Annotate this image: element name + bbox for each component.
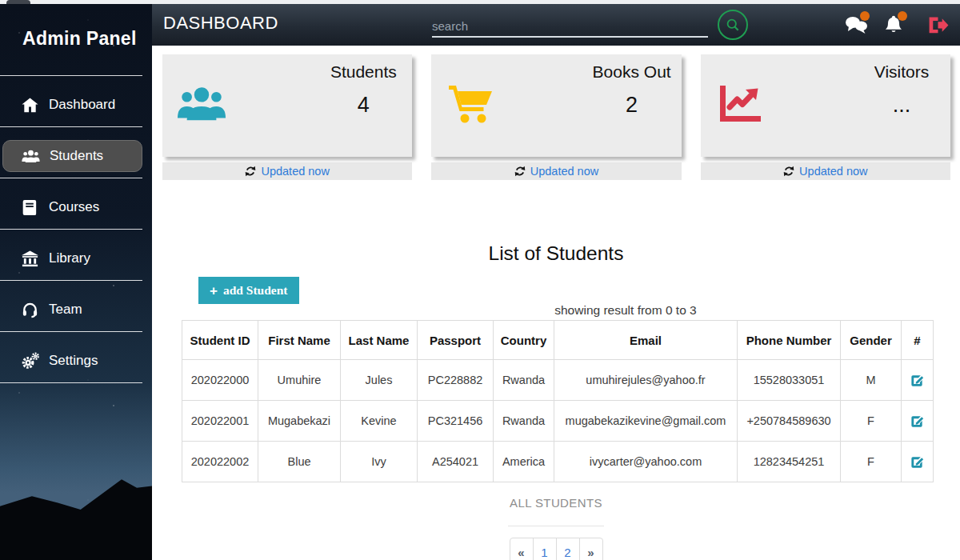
table-cell: Jules	[341, 360, 418, 401]
table-cell: Rwanda	[494, 360, 554, 401]
card-body: Visitors...	[701, 54, 950, 157]
column-header: Student ID	[182, 321, 258, 360]
sidebar-item-label: Students	[50, 148, 103, 164]
page-button-2[interactable]: 2	[556, 538, 580, 560]
sidebar-divider	[0, 178, 142, 178]
table-cell: 12823454251	[738, 442, 841, 482]
sidebar-item-library[interactable]: Library	[0, 242, 142, 274]
refresh-icon	[245, 166, 256, 177]
sidebar-item-settings[interactable]: Settings	[0, 345, 142, 377]
sidebar: Admin Panel DashboardStudentsCoursesLibr…	[0, 4, 152, 560]
table-row: 202022000UmuhireJulesPC228882Rwandaumuhi…	[182, 360, 934, 401]
browser-chrome-strip	[0, 0, 960, 4]
plus-icon: +	[210, 284, 218, 298]
sidebar-item-label: Settings	[49, 353, 98, 369]
edit-row-button[interactable]	[902, 401, 934, 442]
sidebar-divider	[0, 126, 142, 127]
updated-label: Updated now	[261, 165, 329, 178]
page-prev-button[interactable]: «	[510, 538, 534, 560]
sidebar-item-label: Dashboard	[49, 97, 115, 113]
search-button[interactable]	[718, 10, 748, 40]
stat-card-books-out: Books Out2Updated now	[431, 54, 681, 180]
table-body: 202022000UmuhireJulesPC228882Rwandaumuhi…	[182, 360, 934, 482]
table-cell: Ivy	[341, 442, 418, 482]
bank-icon	[21, 250, 39, 268]
list-heading: List of Students	[152, 242, 960, 265]
sidebar-item-label: Library	[49, 250, 90, 266]
users-icon	[22, 147, 40, 166]
pagination-divider	[508, 526, 604, 526]
cart-icon	[446, 83, 495, 125]
table-header-row: Student IDFirst NameLast NamePassportCou…	[182, 321, 934, 360]
search-input[interactable]	[432, 15, 708, 38]
add-student-label: add Student	[223, 283, 288, 298]
messages-button[interactable]	[844, 14, 868, 35]
gears-icon	[21, 352, 39, 370]
sidebar-item-dashboard[interactable]: Dashboard	[0, 89, 142, 121]
logout-icon	[927, 15, 949, 35]
add-student-button[interactable]: + add Student	[198, 277, 299, 304]
card-updated-link[interactable]: Updated now	[701, 162, 950, 180]
sidebar-nav: DashboardStudentsCoursesLibraryTeamSetti…	[0, 75, 152, 383]
table-cell: Mugabekazi	[258, 401, 341, 442]
updated-label: Updated now	[799, 165, 867, 178]
main-content: Students4Updated nowBooks Out2Updated no…	[152, 46, 960, 560]
stat-card-visitors: Visitors...Updated now	[701, 54, 950, 180]
sidebar-item-courses[interactable]: Courses	[0, 191, 142, 223]
browser-tab-stub	[6, 0, 30, 4]
column-header: #	[902, 321, 934, 360]
refresh-icon	[514, 166, 526, 177]
card-title: Books Out	[593, 62, 671, 82]
edit-row-button[interactable]	[902, 442, 934, 482]
updated-label: Updated now	[530, 165, 598, 178]
table-cell: PC228882	[418, 360, 494, 401]
sidebar-item-students[interactable]: Students	[2, 140, 142, 172]
topbar: DASHBOARD	[152, 4, 960, 46]
showing-result-text: showing result from 0 to 3	[222, 303, 960, 318]
sidebar-divider	[0, 280, 142, 281]
all-students-label: ALL STUDENTS	[152, 496, 960, 510]
card-updated-link[interactable]: Updated now	[162, 162, 412, 180]
edit-icon	[910, 454, 925, 467]
card-value: ...	[863, 93, 940, 118]
headset-icon	[21, 301, 39, 319]
column-header: Phone Number	[738, 321, 841, 360]
table-cell: Kevine	[341, 401, 418, 442]
students-table: Student IDFirst NameLast NamePassportCou…	[182, 320, 934, 482]
students-table-wrap: Student IDFirst NameLast NamePassportCou…	[182, 320, 934, 482]
card-text: Books Out2	[593, 62, 671, 118]
table-cell: Blue	[258, 442, 341, 482]
card-value: 2	[593, 93, 671, 118]
table-cell: F	[841, 442, 902, 482]
card-body: Books Out2	[431, 54, 681, 157]
card-value: 4	[325, 93, 402, 118]
page-button-1[interactable]: 1	[533, 538, 557, 560]
column-header: Gender	[841, 321, 902, 360]
notifications-button[interactable]	[882, 14, 906, 35]
sidebar-item-team[interactable]: Team	[0, 294, 142, 326]
table-cell: M	[841, 360, 902, 401]
card-updated-link[interactable]: Updated now	[431, 162, 681, 180]
topbar-icons	[844, 14, 949, 35]
logout-button[interactable]	[927, 15, 949, 34]
notification-badge	[898, 11, 907, 21]
column-header: Email	[554, 321, 738, 360]
stat-card-students: Students4Updated now	[162, 54, 412, 180]
table-cell: 15528033051	[738, 360, 841, 401]
sidebar-item-label: Team	[49, 302, 82, 318]
notification-badge	[860, 11, 870, 21]
column-header: First Name	[258, 321, 341, 360]
card-text: Visitors...	[863, 62, 940, 118]
column-header: Country	[494, 321, 554, 360]
table-row: 202022002BlueIvyA254021Americaivycarter@…	[182, 442, 934, 482]
table-cell: 202022002	[182, 442, 258, 482]
table-cell: ivycarter@yahoo.com	[554, 442, 738, 482]
table-cell: 202022000	[182, 360, 258, 401]
card-title: Visitors	[863, 62, 940, 82]
edit-row-button[interactable]	[902, 360, 934, 401]
home-icon	[21, 96, 39, 114]
sidebar-divider	[0, 382, 142, 383]
edit-icon	[910, 373, 925, 386]
table-row: 202022001MugabekaziKevinePC321456Rwandam…	[182, 401, 934, 442]
page-next-button[interactable]: »	[579, 538, 603, 560]
